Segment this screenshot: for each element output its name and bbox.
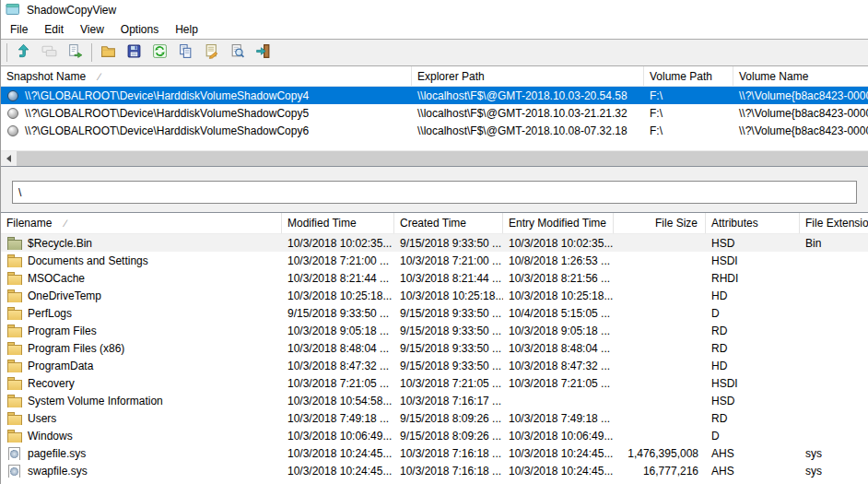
sort-indicator-icon: ∕	[99, 71, 100, 82]
copy-icon	[178, 43, 194, 62]
find-icon	[229, 43, 245, 62]
shadow-copy-icon	[7, 108, 18, 119]
filename: Program Files	[28, 325, 97, 337]
menu-file[interactable]: File	[2, 21, 36, 39]
modified-time: 9/15/2018 9:33:50 ...	[282, 307, 394, 320]
scrollbar-thumb[interactable]	[17, 151, 868, 166]
column-header-entry-modified-time[interactable]: Entry Modified Time	[503, 213, 614, 233]
column-header-filename[interactable]: Filename∕	[1, 213, 282, 233]
filename: Program Files (x86)	[28, 342, 124, 355]
file-row[interactable]: System Volume Information 10/3/2018 10:5…	[1, 392, 868, 409]
find-button[interactable]	[225, 41, 250, 65]
snapshot-row[interactable]: \\?\GLOBALROOT\Device\HarddiskVolumeShad…	[1, 104, 868, 122]
column-header-explorer-path[interactable]: Explorer Path	[412, 66, 644, 86]
attributes: HSD	[706, 395, 800, 407]
file-row[interactable]: swapfile.sys 10/3/2018 10:24:45... 10/3/…	[1, 462, 868, 479]
column-header-label: Snapshot Name	[6, 70, 86, 83]
filename: OneDriveTemp	[28, 289, 101, 302]
column-header-label: Entry Modified Time	[509, 217, 606, 230]
entry-modified-time: 10/3/2018 10:25:18...	[503, 289, 614, 302]
open-folder-button[interactable]	[96, 41, 121, 65]
column-header-created-time[interactable]: Created Time	[394, 213, 503, 233]
refresh-icon	[152, 43, 168, 62]
attributes: AHS	[706, 447, 800, 460]
menu-view[interactable]: View	[72, 21, 112, 39]
created-time: 10/3/2018 7:16:18 ...	[394, 447, 503, 460]
filename: PerfLogs	[28, 307, 72, 320]
menu-bar: FileEditViewOptionsHelp	[1, 20, 868, 39]
filename: Windows	[28, 430, 73, 443]
entry-modified-time: 10/3/2018 8:48:04 ...	[503, 342, 614, 355]
file-row[interactable]: Recovery 10/3/2018 7:21:05 ... 10/3/2018…	[1, 374, 868, 392]
column-header-file-size[interactable]: File Size	[614, 213, 706, 233]
path-bar	[1, 167, 868, 212]
file-type-icon	[7, 395, 21, 407]
file-row[interactable]: MSOCache 10/3/2018 8:21:44 ... 10/3/2018…	[1, 269, 868, 287]
created-time: 10/3/2018 10:25:18...	[394, 289, 503, 302]
column-header-attributes[interactable]: Attributes	[706, 213, 800, 233]
menu-edit[interactable]: Edit	[36, 21, 72, 39]
file-row[interactable]: Program Files (x86) 10/3/2018 8:48:04 ..…	[1, 339, 868, 357]
column-header-volume-name[interactable]: Volume Name	[733, 66, 868, 86]
modified-time: 10/3/2018 10:25:18...	[282, 289, 394, 302]
toolbar-separator	[91, 43, 92, 62]
sort-indicator-icon: ∕	[65, 218, 66, 229]
file-extension: sys	[800, 447, 868, 460]
attributes: HSDI	[706, 254, 800, 267]
app-icon	[6, 2, 20, 19]
refresh-button[interactable]	[147, 41, 172, 65]
column-header-snapshot-name[interactable]: Snapshot Name∕	[1, 66, 412, 86]
created-time: 9/15/2018 9:33:50 ...	[394, 325, 503, 337]
volume-name: \\?\Volume{b8ac8423-0000	[733, 124, 868, 137]
column-header-label: File Size	[655, 217, 698, 230]
toolbar	[1, 39, 868, 66]
entry-modified-time: 10/3/2018 10:24:45...	[503, 465, 614, 478]
properties-button[interactable]	[199, 41, 224, 65]
menu-options[interactable]: Options	[112, 21, 167, 39]
file-row[interactable]: ProgramData 10/3/2018 8:47:32 ... 9/15/2…	[1, 357, 868, 374]
volume-path: F:\	[644, 124, 733, 137]
snapshot-name: \\?\GLOBALROOT\Device\HarddiskVolumeShad…	[25, 107, 309, 120]
scroll-left-button[interactable]	[1, 151, 17, 166]
column-header-volume-path[interactable]: Volume Path	[644, 66, 733, 86]
column-header-file-extension[interactable]: File Extension	[800, 213, 868, 233]
attributes: AHS	[706, 465, 800, 478]
column-header-label: Modified Time	[287, 217, 357, 230]
exit-door-icon	[255, 43, 271, 62]
snapshots-panel: Snapshot Name∕Explorer PathVolume PathVo…	[1, 66, 868, 167]
entry-modified-time: 10/3/2018 10:06:49...	[503, 430, 614, 443]
file-row[interactable]: Users 10/3/2018 7:49:18 ... 9/15/2018 8:…	[1, 409, 868, 427]
file-row[interactable]: pagefile.sys 10/3/2018 10:24:45... 10/3/…	[1, 444, 868, 462]
file-type-icon	[7, 465, 21, 478]
entry-modified-time: 10/3/2018 9:05:18 ...	[503, 325, 614, 337]
snapshot-row[interactable]: \\?\GLOBALROOT\Device\HarddiskVolumeShad…	[1, 87, 868, 104]
app-window: ShadowCopyView FileEditViewOptionsHelp S…	[0, 0, 868, 484]
path-input[interactable]	[12, 181, 857, 204]
file-type-icon	[7, 360, 21, 372]
files-header: Filename∕Modified TimeCreated TimeEntry …	[1, 213, 868, 234]
exit-button[interactable]	[251, 41, 276, 65]
file-row[interactable]: PerfLogs 9/15/2018 9:33:50 ... 9/15/2018…	[1, 304, 868, 322]
export-button[interactable]	[63, 41, 88, 65]
volume-name: \\?\Volume{b8ac8423-0000	[733, 89, 868, 102]
file-row[interactable]: $Recycle.Bin 10/3/2018 10:02:35... 9/15/…	[1, 234, 868, 252]
copy-button[interactable]	[173, 41, 198, 65]
go-up-button[interactable]	[11, 41, 36, 65]
copy-selected-files-button[interactable]	[37, 41, 62, 65]
snapshot-row[interactable]: \\?\GLOBALROOT\Device\HarddiskVolumeShad…	[1, 122, 868, 139]
entry-modified-time: 10/3/2018 8:21:56 ...	[503, 272, 614, 285]
file-row[interactable]: Windows 10/3/2018 10:06:49... 9/15/2018 …	[1, 427, 868, 444]
horizontal-scrollbar[interactable]	[1, 150, 868, 166]
file-row[interactable]: Program Files 10/3/2018 9:05:18 ... 9/15…	[1, 322, 868, 339]
up-arrow-icon	[16, 43, 31, 62]
file-row[interactable]: Documents and Settings 10/3/2018 7:21:00…	[1, 252, 868, 269]
menu-help[interactable]: Help	[167, 21, 206, 39]
save-button[interactable]	[122, 41, 147, 65]
column-header-modified-time[interactable]: Modified Time	[282, 213, 394, 233]
file-type-icon	[7, 447, 21, 460]
file-row[interactable]: OneDriveTemp 10/3/2018 10:25:18... 10/3/…	[1, 287, 868, 304]
volume-name: \\?\Volume{b8ac8423-0000	[733, 107, 868, 120]
created-time: 9/15/2018 9:33:50 ...	[394, 342, 503, 355]
filename: ProgramData	[28, 360, 93, 372]
modified-time: 10/3/2018 8:21:44 ...	[282, 272, 394, 285]
